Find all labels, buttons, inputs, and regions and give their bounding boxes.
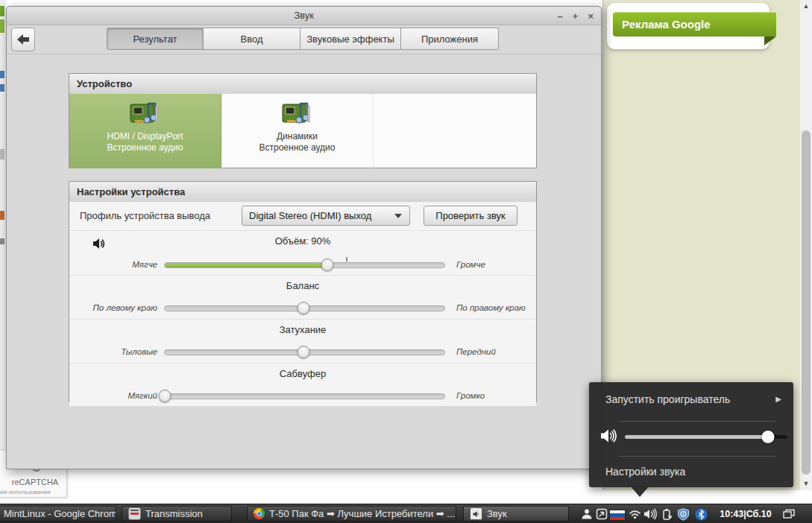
google-ad-banner[interactable]: Реклама Google (613, 12, 776, 37)
balance-slider-row: Баланс По левому краю По правому краю (69, 276, 536, 320)
minimize-button[interactable]: – (558, 10, 563, 22)
chrome-icon (254, 508, 265, 519)
popup-volume-handle[interactable] (761, 431, 774, 443)
slider-min-label: Мягче (74, 260, 157, 269)
user-tray-icon[interactable] (581, 508, 593, 523)
wifi-tray-icon[interactable] (629, 508, 641, 523)
device-panel-title: Устройство (69, 74, 536, 95)
volume-slider-fill (165, 263, 327, 267)
subwoofer-title: Сабвуфер (69, 364, 536, 379)
page-fragment (0, 149, 4, 159)
slider-max-label: Передний (456, 347, 496, 356)
soundcard-icon (280, 97, 315, 131)
sound-window-icon (470, 507, 482, 520)
titlebar[interactable]: Звук – + × (7, 7, 601, 25)
device-settings-panel: Настройки устройства Профиль устройства … (69, 181, 537, 402)
launch-player-menu-item[interactable]: Запустить проигрыватель (605, 393, 730, 405)
recaptcha-terms: вия использования (0, 489, 65, 495)
task-label: Transmission (145, 508, 203, 519)
device-name: HDMI / DisplayPort (107, 131, 183, 142)
volume-title: Объём: 90% (69, 231, 536, 247)
task-transmission[interactable]: Transmission (122, 506, 232, 522)
page-fragment (0, 84, 4, 92)
profile-selected-value: Digital Stereo (HDMI) выход (249, 210, 371, 221)
task-sound-dialog[interactable]: Звук (463, 506, 569, 522)
profile-label: Профиль устройства вывода (80, 202, 210, 230)
subwoofer-slider-row: Сабвуфер Мягкий Громко (69, 364, 536, 406)
back-arrow-icon (17, 34, 29, 45)
balance-slider-handle[interactable] (297, 302, 309, 314)
divider (619, 421, 775, 422)
page-fragment (0, 71, 4, 78)
recaptcha-label: reCAPTCHA (7, 478, 63, 486)
tab-input[interactable]: Ввод (204, 28, 300, 50)
fade-slider-track[interactable] (164, 349, 445, 355)
slider-max-label: Громче (456, 260, 485, 269)
volume-100-tick (346, 257, 347, 262)
chevron-down-icon (394, 214, 402, 218)
maximize-button[interactable]: + (573, 10, 579, 22)
popup-volume-track[interactable] (625, 435, 787, 439)
page-scrollbar[interactable]: ▲ ▼ (800, 0, 812, 490)
background-page-left-edge (0, 0, 6, 504)
settings-panel-title: Настройки устройства (69, 182, 536, 203)
tab-output[interactable]: Результат (107, 28, 204, 50)
tab-bar: Результат Ввод Звуковые эффекты Приложен… (107, 28, 499, 50)
fade-slider-row: Затухание Тыловые Передний (69, 320, 536, 364)
sound-settings-menu-item[interactable]: Настройки звука (605, 466, 685, 478)
transmission-icon (128, 507, 141, 520)
back-button[interactable] (11, 28, 35, 51)
volume-tray-icon[interactable] (643, 508, 657, 523)
fade-slider-handle[interactable] (297, 346, 309, 358)
bluetooth-tray-icon[interactable] (695, 508, 708, 523)
device-panel: Устройство HDMI / DisplayPort Встроенное… (69, 73, 537, 168)
volume-applet-popup: Запустить проигрыватель ▶ Настройки звук… (589, 382, 793, 487)
page-fragment (0, 238, 4, 244)
tab-applications[interactable]: Приложения (401, 28, 499, 50)
popup-volume-fill (625, 435, 768, 439)
slider-min-label: По левому краю (74, 303, 157, 312)
fade-title: Затухание (69, 320, 536, 335)
subwoofer-slider-track[interactable] (164, 393, 445, 399)
device-subname: Встроенное аудио (259, 142, 336, 153)
page-fragment (0, 211, 4, 220)
tab-sound-effects[interactable]: Звуковые эффекты (300, 28, 401, 50)
page-fragment (0, 6, 4, 16)
test-sound-button[interactable]: Проверить звук (424, 206, 517, 226)
slider-min-label: Мягкий (74, 391, 157, 400)
task-label: MintLinux - Google Chrome (4, 508, 116, 519)
task-label: Звук (487, 508, 507, 519)
speaker-icon (600, 428, 617, 446)
window-list-icon[interactable] (783, 509, 795, 522)
slider-max-label: По правому краю (456, 303, 526, 312)
keyboard-layout-ru-icon[interactable] (609, 510, 626, 521)
output-profile-dropdown[interactable]: Digital Stereo (HDMI) выход (242, 206, 410, 226)
task-chrome-video[interactable]: Т-50 Пак Фа ➡ Лучшие Истребители ➡ ... (247, 506, 456, 522)
toolbar: Результат Ввод Звуковые эффекты Приложен… (7, 25, 601, 54)
scroll-down-icon[interactable]: ▼ (800, 480, 812, 487)
subwoofer-slider-handle[interactable] (159, 390, 171, 402)
popup-pointer-tail (630, 486, 649, 497)
device-hdmi-displayport[interactable]: HDMI / DisplayPort Встроенное аудио (69, 94, 221, 168)
scroll-up-icon[interactable]: ▲ (800, 2, 812, 10)
task-chrome-mintlinux[interactable]: MintLinux - Google Chrome (0, 506, 116, 522)
slider-min-label: Тыловые (74, 347, 157, 356)
volume-slider-track[interactable] (164, 262, 445, 268)
divider (619, 456, 775, 457)
speaker-icon (92, 238, 106, 253)
battery-tray-icon[interactable] (661, 508, 673, 523)
device-speakers[interactable]: Динамики Встроенное аудио (221, 94, 374, 168)
ad-ribbon-fold (764, 37, 776, 45)
clock[interactable]: 10:43|Сб.10 июн (710, 504, 781, 523)
balance-slider-track[interactable] (164, 305, 445, 311)
background-page-bottom (0, 468, 602, 504)
close-button[interactable]: × (588, 10, 594, 22)
shield-tray-icon[interactable] (677, 508, 690, 523)
balance-title: Баланс (69, 276, 536, 291)
volume-slider-handle[interactable] (321, 259, 333, 271)
soundcard-icon (128, 97, 163, 131)
scrollbar-thumb[interactable] (802, 130, 811, 475)
remote-display-tray-icon[interactable] (596, 508, 608, 523)
volume-slider-row: Объём: 90% Мягче Громче (69, 231, 536, 276)
output-profile-row: Профиль устройства вывода Digital Stereo… (69, 202, 536, 231)
